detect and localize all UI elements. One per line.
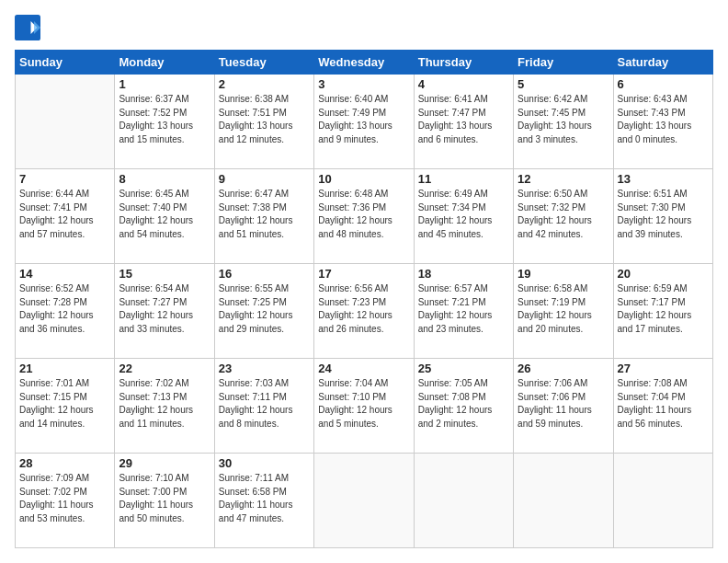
calendar-cell: 24Sunrise: 7:04 AM Sunset: 7:10 PM Dayli… xyxy=(314,359,414,454)
day-info: Sunrise: 6:41 AM Sunset: 7:47 PM Dayligh… xyxy=(418,93,509,146)
calendar-cell: 22Sunrise: 7:02 AM Sunset: 7:13 PM Dayli… xyxy=(115,359,214,454)
day-number: 16 xyxy=(219,267,310,281)
day-info: Sunrise: 7:01 AM Sunset: 7:15 PM Dayligh… xyxy=(19,377,110,431)
calendar-cell: 21Sunrise: 7:01 AM Sunset: 7:15 PM Dayli… xyxy=(16,359,115,454)
day-info: Sunrise: 7:02 AM Sunset: 7:13 PM Dayligh… xyxy=(119,377,210,431)
day-info: Sunrise: 6:52 AM Sunset: 7:28 PM Dayligh… xyxy=(19,282,110,336)
calendar-cell: 4Sunrise: 6:41 AM Sunset: 7:47 PM Daylig… xyxy=(414,75,513,169)
day-info: Sunrise: 6:55 AM Sunset: 7:25 PM Dayligh… xyxy=(219,282,310,336)
day-number: 29 xyxy=(119,456,210,470)
calendar-cell: 16Sunrise: 6:55 AM Sunset: 7:25 PM Dayli… xyxy=(214,264,313,359)
weekday-header: Tuesday xyxy=(214,51,313,75)
weekday-header: Wednesday xyxy=(314,51,414,75)
day-number: 2 xyxy=(219,77,310,91)
day-info: Sunrise: 7:11 AM Sunset: 6:58 PM Dayligh… xyxy=(219,472,310,525)
calendar-cell: 1Sunrise: 6:37 AM Sunset: 7:52 PM Daylig… xyxy=(115,75,214,169)
weekday-header: Sunday xyxy=(16,51,115,75)
day-info: Sunrise: 6:37 AM Sunset: 7:52 PM Dayligh… xyxy=(119,93,210,146)
calendar-cell: 27Sunrise: 7:08 AM Sunset: 7:04 PM Dayli… xyxy=(613,359,712,454)
calendar-cell: 25Sunrise: 7:05 AM Sunset: 7:08 PM Dayli… xyxy=(414,359,513,454)
day-number: 11 xyxy=(418,172,509,186)
day-number: 18 xyxy=(418,267,509,281)
day-number: 10 xyxy=(318,172,409,186)
day-number: 7 xyxy=(19,172,110,186)
day-info: Sunrise: 6:59 AM Sunset: 7:17 PM Dayligh… xyxy=(618,282,709,336)
calendar-cell: 7Sunrise: 6:44 AM Sunset: 7:41 PM Daylig… xyxy=(16,169,115,264)
calendar-cell: 9Sunrise: 6:47 AM Sunset: 7:38 PM Daylig… xyxy=(214,169,313,264)
day-number: 13 xyxy=(618,172,709,186)
day-info: Sunrise: 7:05 AM Sunset: 7:08 PM Dayligh… xyxy=(418,377,509,431)
calendar-cell: 30Sunrise: 7:11 AM Sunset: 6:58 PM Dayli… xyxy=(214,454,313,548)
calendar-cell: 14Sunrise: 6:52 AM Sunset: 7:28 PM Dayli… xyxy=(16,264,115,359)
day-number: 30 xyxy=(219,456,310,470)
day-info: Sunrise: 7:04 AM Sunset: 7:10 PM Dayligh… xyxy=(318,377,409,431)
day-info: Sunrise: 6:42 AM Sunset: 7:45 PM Dayligh… xyxy=(518,93,609,146)
day-number: 9 xyxy=(219,172,310,186)
day-number: 5 xyxy=(518,77,609,91)
day-info: Sunrise: 6:58 AM Sunset: 7:19 PM Dayligh… xyxy=(518,282,609,336)
calendar-cell: 18Sunrise: 6:57 AM Sunset: 7:21 PM Dayli… xyxy=(414,264,513,359)
day-number: 20 xyxy=(618,267,709,281)
day-number: 1 xyxy=(119,77,210,91)
calendar-cell xyxy=(414,454,513,548)
day-number: 21 xyxy=(19,362,110,375)
day-info: Sunrise: 6:57 AM Sunset: 7:21 PM Dayligh… xyxy=(418,282,509,336)
day-number: 17 xyxy=(318,267,409,281)
day-info: Sunrise: 6:51 AM Sunset: 7:30 PM Dayligh… xyxy=(618,188,709,241)
calendar-cell: 23Sunrise: 7:03 AM Sunset: 7:11 PM Dayli… xyxy=(214,359,313,454)
day-number: 12 xyxy=(518,172,609,186)
day-info: Sunrise: 6:44 AM Sunset: 7:41 PM Dayligh… xyxy=(19,188,110,241)
calendar-cell: 19Sunrise: 6:58 AM Sunset: 7:19 PM Dayli… xyxy=(514,264,613,359)
day-info: Sunrise: 6:43 AM Sunset: 7:43 PM Dayligh… xyxy=(618,93,709,146)
day-info: Sunrise: 7:06 AM Sunset: 7:06 PM Dayligh… xyxy=(518,377,609,431)
day-number: 15 xyxy=(119,267,210,281)
calendar-cell: 11Sunrise: 6:49 AM Sunset: 7:34 PM Dayli… xyxy=(414,169,513,264)
calendar-cell xyxy=(16,75,115,169)
calendar-cell: 26Sunrise: 7:06 AM Sunset: 7:06 PM Dayli… xyxy=(514,359,613,454)
day-info: Sunrise: 6:45 AM Sunset: 7:40 PM Dayligh… xyxy=(119,188,210,241)
weekday-header: Thursday xyxy=(414,51,513,75)
day-number: 25 xyxy=(418,362,509,375)
calendar-cell: 10Sunrise: 6:48 AM Sunset: 7:36 PM Dayli… xyxy=(314,169,414,264)
day-number: 23 xyxy=(219,362,310,375)
day-info: Sunrise: 6:49 AM Sunset: 7:34 PM Dayligh… xyxy=(418,188,509,241)
calendar-cell: 29Sunrise: 7:10 AM Sunset: 7:00 PM Dayli… xyxy=(115,454,214,548)
logo xyxy=(15,15,42,40)
day-number: 4 xyxy=(418,77,509,91)
calendar-cell xyxy=(514,454,613,548)
day-info: Sunrise: 6:56 AM Sunset: 7:23 PM Dayligh… xyxy=(318,282,409,336)
calendar-cell: 15Sunrise: 6:54 AM Sunset: 7:27 PM Dayli… xyxy=(115,264,214,359)
calendar-table: SundayMondayTuesdayWednesdayThursdayFrid… xyxy=(15,50,713,548)
calendar-cell: 5Sunrise: 6:42 AM Sunset: 7:45 PM Daylig… xyxy=(514,75,613,169)
calendar-cell: 12Sunrise: 6:50 AM Sunset: 7:32 PM Dayli… xyxy=(514,169,613,264)
day-number: 27 xyxy=(618,362,709,375)
day-number: 22 xyxy=(119,362,210,375)
weekday-header: Saturday xyxy=(613,51,712,75)
calendar-cell: 6Sunrise: 6:43 AM Sunset: 7:43 PM Daylig… xyxy=(613,75,712,169)
day-number: 24 xyxy=(318,362,409,375)
logo-icon xyxy=(15,15,40,40)
calendar-cell xyxy=(314,454,414,548)
calendar-cell: 17Sunrise: 6:56 AM Sunset: 7:23 PM Dayli… xyxy=(314,264,414,359)
calendar-cell xyxy=(613,454,712,548)
day-info: Sunrise: 7:08 AM Sunset: 7:04 PM Dayligh… xyxy=(618,377,709,431)
weekday-header: Monday xyxy=(115,51,214,75)
calendar-cell: 28Sunrise: 7:09 AM Sunset: 7:02 PM Dayli… xyxy=(16,454,115,548)
calendar-cell: 2Sunrise: 6:38 AM Sunset: 7:51 PM Daylig… xyxy=(214,75,313,169)
day-info: Sunrise: 7:03 AM Sunset: 7:11 PM Dayligh… xyxy=(219,377,310,431)
calendar-cell: 13Sunrise: 6:51 AM Sunset: 7:30 PM Dayli… xyxy=(613,169,712,264)
day-info: Sunrise: 6:54 AM Sunset: 7:27 PM Dayligh… xyxy=(119,282,210,336)
day-number: 8 xyxy=(119,172,210,186)
calendar-cell: 8Sunrise: 6:45 AM Sunset: 7:40 PM Daylig… xyxy=(115,169,214,264)
day-number: 3 xyxy=(318,77,409,91)
weekday-header: Friday xyxy=(514,51,613,75)
day-info: Sunrise: 6:38 AM Sunset: 7:51 PM Dayligh… xyxy=(219,93,310,146)
day-info: Sunrise: 6:47 AM Sunset: 7:38 PM Dayligh… xyxy=(219,188,310,241)
day-info: Sunrise: 6:48 AM Sunset: 7:36 PM Dayligh… xyxy=(318,188,409,241)
calendar-cell: 20Sunrise: 6:59 AM Sunset: 7:17 PM Dayli… xyxy=(613,264,712,359)
calendar-cell: 3Sunrise: 6:40 AM Sunset: 7:49 PM Daylig… xyxy=(314,75,414,169)
day-number: 14 xyxy=(19,267,110,281)
day-info: Sunrise: 6:40 AM Sunset: 7:49 PM Dayligh… xyxy=(318,93,409,146)
day-number: 19 xyxy=(518,267,609,281)
day-info: Sunrise: 7:10 AM Sunset: 7:00 PM Dayligh… xyxy=(119,472,210,525)
